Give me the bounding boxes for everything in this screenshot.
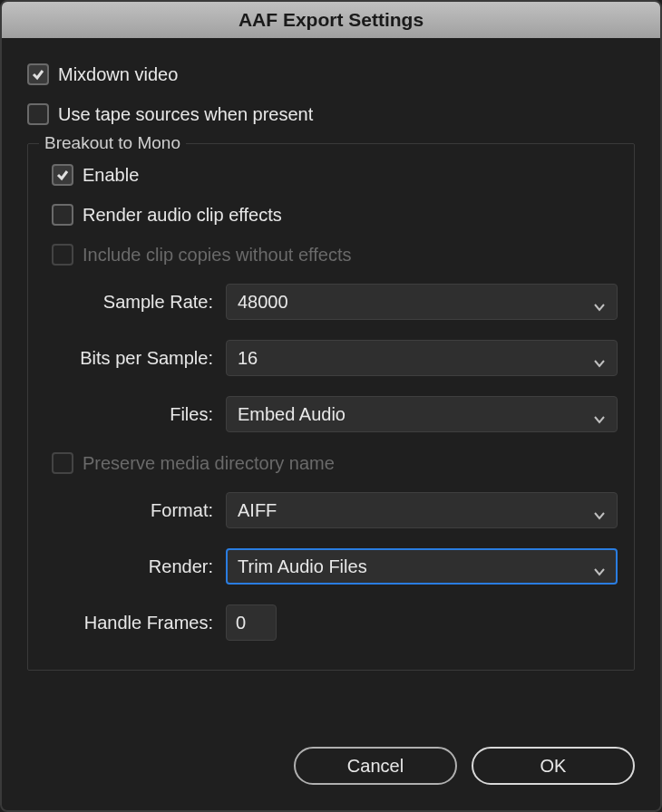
format-row: Format: AIFF <box>44 492 618 528</box>
render-row: Render: Trim Audio Files <box>44 548 618 585</box>
cancel-button[interactable]: Cancel <box>294 747 457 785</box>
mixdown-video-row: Mixdown video <box>27 63 635 85</box>
use-tape-sources-label: Use tape sources when present <box>58 104 313 125</box>
format-label: Format: <box>44 500 226 521</box>
chevron-down-icon <box>593 408 606 420</box>
bits-per-sample-row: Bits per Sample: 16 <box>44 340 618 376</box>
sample-rate-label: Sample Rate: <box>44 292 226 313</box>
mixdown-video-checkbox[interactable] <box>27 63 49 85</box>
preserve-dir-row: Preserve media directory name <box>52 452 618 474</box>
dialog-titlebar: AAF Export Settings <box>2 2 660 38</box>
chevron-down-icon <box>593 560 606 573</box>
render-value: Trim Audio Files <box>238 556 367 577</box>
chevron-down-icon <box>593 295 606 308</box>
include-copies-checkbox <box>52 244 73 266</box>
render-effects-label: Render audio clip effects <box>83 205 282 226</box>
include-copies-row: Include clip copies without effects <box>52 244 618 266</box>
breakout-fieldset: Breakout to Mono Enable Render audio cli… <box>27 143 635 671</box>
render-select[interactable]: Trim Audio Files <box>226 548 618 585</box>
mixdown-video-label: Mixdown video <box>58 64 178 85</box>
enable-row: Enable <box>52 164 618 186</box>
enable-label: Enable <box>83 165 139 186</box>
format-value: AIFF <box>238 500 277 521</box>
files-row: Files: Embed Audio <box>44 396 618 432</box>
format-select[interactable]: AIFF <box>226 492 618 528</box>
files-label: Files: <box>44 404 226 425</box>
dialog-footer: Cancel OK <box>2 734 660 810</box>
bits-per-sample-label: Bits per Sample: <box>44 348 226 369</box>
preserve-dir-label: Preserve media directory name <box>83 453 335 474</box>
render-effects-row: Render audio clip effects <box>52 204 618 226</box>
bits-per-sample-select[interactable]: 16 <box>226 340 618 376</box>
handle-frames-row: Handle Frames: <box>44 604 618 641</box>
handle-frames-label: Handle Frames: <box>44 613 226 633</box>
preserve-dir-checkbox <box>52 452 73 474</box>
include-copies-label: Include clip copies without effects <box>83 245 351 266</box>
dialog-content: Mixdown video Use tape sources when pres… <box>2 38 660 734</box>
enable-checkbox[interactable] <box>52 164 73 186</box>
cancel-button-label: Cancel <box>347 756 404 777</box>
aaf-export-dialog: AAF Export Settings Mixdown video Use ta… <box>0 0 662 812</box>
sample-rate-value: 48000 <box>238 292 288 313</box>
dialog-title: AAF Export Settings <box>239 9 423 30</box>
chevron-down-icon <box>593 504 606 517</box>
sample-rate-row: Sample Rate: 48000 <box>44 284 618 320</box>
files-select[interactable]: Embed Audio <box>226 396 618 432</box>
ok-button[interactable]: OK <box>472 747 635 785</box>
chevron-down-icon <box>593 352 606 364</box>
breakout-legend: Breakout to Mono <box>39 133 186 153</box>
render-label: Render: <box>44 556 226 577</box>
bits-per-sample-value: 16 <box>238 348 258 369</box>
use-tape-sources-checkbox[interactable] <box>27 103 49 125</box>
use-tape-sources-row: Use tape sources when present <box>27 103 635 125</box>
handle-frames-input[interactable] <box>226 604 277 641</box>
sample-rate-select[interactable]: 48000 <box>226 284 618 320</box>
files-value: Embed Audio <box>238 404 346 425</box>
ok-button-label: OK <box>540 756 567 777</box>
render-effects-checkbox[interactable] <box>52 204 73 226</box>
